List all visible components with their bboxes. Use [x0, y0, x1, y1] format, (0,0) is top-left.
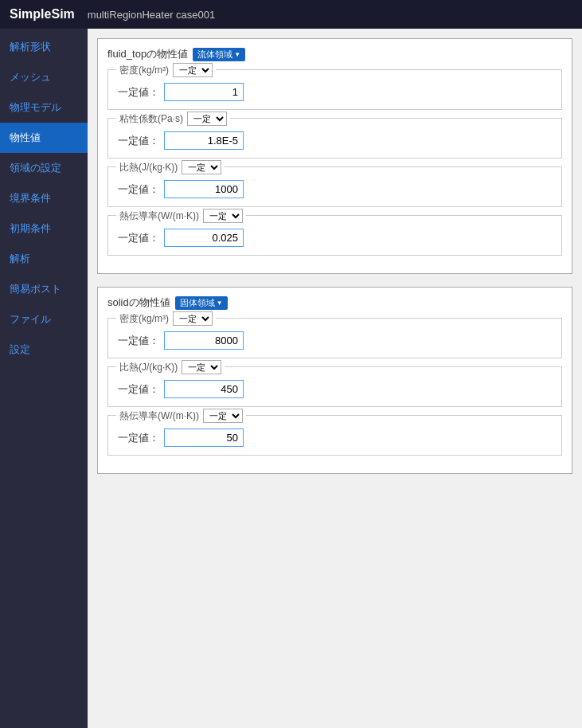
sidebar-item-geometry[interactable]: 解析形状: [0, 32, 88, 62]
fluid-density-legend: 密度(kg/m³) 一定 可変: [116, 63, 216, 77]
main-layout: 解析形状 メッシュ 物理モデル 物性値 領域の設定 境界条件 初期条件 解析 簡…: [0, 29, 582, 728]
solid-density-label: 一定値：: [118, 334, 159, 348]
solid-specific-heat-legend: 比熱(J/(kg·K)) 一定 可変: [116, 360, 225, 374]
fluid-specific-heat-type-select[interactable]: 一定 可変: [182, 160, 221, 174]
fluid-density-type-select[interactable]: 一定 可変: [173, 63, 213, 77]
fluid-section-title: fluid_topの物性値: [107, 47, 188, 61]
fluid-viscosity-input[interactable]: [164, 131, 244, 150]
header: SimpleSim multiRegionHeater case001: [0, 0, 582, 29]
fluid-thermal-conductivity-type-select[interactable]: 一定 可変: [203, 209, 243, 223]
sidebar-item-settings[interactable]: 設定: [0, 335, 88, 365]
fluid-specific-heat-content: 一定値：: [118, 180, 552, 198]
fluid-viscosity-type-select[interactable]: 一定 可変: [187, 112, 227, 126]
fluid-thermal-conductivity-group: 熱伝導率(W/(m·K)) 一定 可変 一定値：: [107, 215, 562, 256]
solid-thermal-conductivity-content: 一定値：: [118, 429, 552, 447]
sidebar-item-physics[interactable]: 物理モデル: [0, 92, 88, 123]
fluid-thermal-conductivity-input[interactable]: [164, 229, 244, 247]
solid-density-content: 一定値：: [118, 331, 552, 350]
solid-thermal-conductivity-legend: 熱伝導率(W/(m·K)) 一定 可変: [116, 409, 246, 423]
fluid-specific-heat-legend: 比熱(J/(kg·K)) 一定 可変: [116, 160, 225, 174]
solid-specific-heat-label: 一定値：: [118, 382, 159, 397]
fluid-region-group: fluid_topの物性値 流体領域 密度(kg/m³) 一定 可変 一定値：: [97, 38, 572, 274]
fluid-viscosity-content: 一定値：: [118, 131, 552, 150]
fluid-thermal-conductivity-content: 一定値：: [118, 229, 552, 247]
sidebar-item-boundary[interactable]: 境界条件: [0, 183, 88, 213]
fluid-specific-heat-group: 比熱(J/(kg·K)) 一定 可変 一定値：: [107, 166, 562, 207]
solid-region-badge[interactable]: 固体領域: [175, 296, 228, 310]
solid-thermal-conductivity-label: 一定値：: [118, 431, 159, 445]
sidebar-item-regions[interactable]: 領域の設定: [0, 153, 88, 183]
solid-region-group: solidの物性値 固体領域 密度(kg/m³) 一定 可変 一定値：: [97, 287, 572, 474]
solid-specific-heat-type-select[interactable]: 一定 可変: [182, 360, 221, 374]
fluid-thermal-conductivity-label: 一定値：: [118, 231, 159, 245]
fluid-density-input[interactable]: [164, 83, 244, 101]
solid-thermal-conductivity-type-select[interactable]: 一定 可変: [203, 409, 243, 423]
sidebar: 解析形状 メッシュ 物理モデル 物性値 領域の設定 境界条件 初期条件 解析 簡…: [0, 29, 88, 728]
sidebar-item-analysis[interactable]: 解析: [0, 244, 88, 274]
fluid-region-legend: fluid_topの物性値 流体領域: [107, 47, 562, 61]
fluid-density-content: 一定値：: [118, 83, 552, 101]
fluid-density-group: 密度(kg/m³) 一定 可変 一定値：: [107, 69, 562, 110]
fluid-viscosity-label: 一定値：: [118, 134, 159, 148]
solid-thermal-conductivity-group: 熱伝導率(W/(m·K)) 一定 可変 一定値：: [107, 415, 562, 456]
solid-specific-heat-group: 比熱(J/(kg·K)) 一定 可変 一定値：: [107, 366, 562, 407]
fluid-viscosity-group: 粘性係数(Pa·s) 一定 可変 一定値：: [107, 118, 562, 159]
sidebar-item-file[interactable]: ファイル: [0, 304, 88, 335]
solid-region-legend: solidの物性値 固体領域: [107, 296, 562, 310]
fluid-viscosity-legend: 粘性係数(Pa·s) 一定 可変: [116, 112, 230, 126]
solid-section-title: solidの物性値: [107, 296, 170, 310]
sidebar-item-post[interactable]: 簡易ポスト: [0, 274, 88, 304]
solid-density-input[interactable]: [164, 331, 244, 350]
case-subtitle: multiRegionHeater case001: [88, 9, 215, 21]
sidebar-item-mesh[interactable]: メッシュ: [0, 62, 88, 92]
solid-density-group: 密度(kg/m³) 一定 可変 一定値：: [107, 318, 562, 358]
sidebar-item-initial[interactable]: 初期条件: [0, 213, 88, 244]
solid-density-legend: 密度(kg/m³) 一定 可変: [116, 311, 216, 326]
sidebar-item-properties[interactable]: 物性値: [0, 123, 88, 153]
fluid-specific-heat-label: 一定値：: [118, 182, 159, 197]
solid-specific-heat-input[interactable]: [164, 380, 244, 398]
app-title: SimpleSim: [10, 7, 75, 22]
fluid-density-label: 一定値：: [118, 85, 159, 100]
solid-specific-heat-content: 一定値：: [118, 380, 552, 398]
solid-density-type-select[interactable]: 一定 可変: [173, 311, 213, 326]
fluid-region-badge[interactable]: 流体領域: [193, 48, 245, 61]
fluid-specific-heat-input[interactable]: [164, 180, 244, 198]
solid-thermal-conductivity-input[interactable]: [164, 429, 244, 447]
fluid-thermal-conductivity-legend: 熱伝導率(W/(m·K)) 一定 可変: [116, 209, 246, 223]
content-area: fluid_topの物性値 流体領域 密度(kg/m³) 一定 可変 一定値：: [88, 29, 582, 728]
